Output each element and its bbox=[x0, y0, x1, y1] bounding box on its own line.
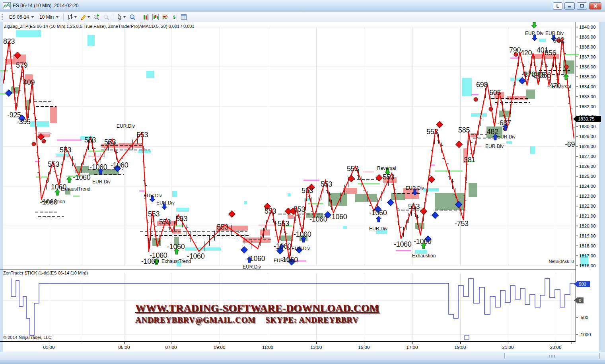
wave-chart-icon bbox=[162, 14, 168, 20]
restore-button[interactable] bbox=[577, 2, 587, 10]
close-button[interactable] bbox=[589, 2, 601, 10]
properties-button[interactable] bbox=[180, 13, 188, 21]
chevron-down-icon bbox=[56, 16, 58, 18]
minimize-button[interactable] bbox=[564, 2, 575, 10]
toolbar: ES 06-14 10 Min bbox=[0, 12, 605, 22]
chevron-down-icon bbox=[74, 16, 77, 18]
account-data-button[interactable]: $ bbox=[171, 13, 178, 21]
restore-icon bbox=[580, 4, 584, 8]
scrollbar-thumb[interactable] bbox=[504, 353, 600, 359]
window-title: ES 06-14 (10 Min) 2014-02-20 bbox=[13, 3, 78, 8]
separator bbox=[113, 14, 113, 21]
minimize-icon bbox=[567, 4, 572, 8]
indicator-label: ZigZag_ZTP(ES 06-14 (10 Min),1,25,8,5,Tr… bbox=[4, 24, 195, 29]
chart-trader-button[interactable] bbox=[152, 13, 160, 21]
data-box-button[interactable] bbox=[128, 13, 136, 21]
svg-text:$: $ bbox=[173, 15, 175, 19]
toolbar-grip[interactable] bbox=[2, 14, 4, 20]
zoom-in-button[interactable] bbox=[92, 13, 101, 21]
scrollbar-grip-icon bbox=[549, 355, 555, 358]
chevron-down-icon bbox=[31, 16, 34, 18]
chevron-down-icon bbox=[88, 16, 90, 18]
depth-bars-icon bbox=[143, 14, 149, 20]
zoom-in-icon bbox=[93, 14, 100, 20]
draw-tool-button[interactable] bbox=[79, 13, 91, 21]
horizontal-scrollbar[interactable] bbox=[0, 352, 605, 360]
net-bid-ask: NetBidAsk: 0 bbox=[526, 259, 574, 264]
magnifier-icon bbox=[129, 14, 135, 20]
chart-style-button[interactable] bbox=[66, 13, 78, 21]
time-axis[interactable] bbox=[0, 342, 576, 352]
watermark-line2: ANDREYBBRV@GMAIL.COM SKYPE: ANDREYBBRV bbox=[135, 315, 358, 325]
watermark: WWW.TRADING-SOFTWARE-DOWNLOAD.COM ANDREY… bbox=[135, 302, 358, 325]
instrument-selector[interactable]: ES 06-14 bbox=[7, 14, 36, 21]
interval-label: 10 Min bbox=[39, 14, 54, 20]
cursor-icon bbox=[117, 14, 123, 20]
cursor-tool-button[interactable] bbox=[116, 13, 126, 21]
candles-icon bbox=[152, 14, 159, 20]
separator bbox=[63, 14, 64, 21]
interval-selector[interactable]: 10 Min bbox=[37, 14, 60, 21]
tick-panel-label: ZonTrader $TICK (1-tic)(ES 06-14 (10 Min… bbox=[3, 271, 88, 275]
separator bbox=[139, 14, 139, 21]
instrument-label: ES 06-14 bbox=[9, 14, 29, 20]
copyright: © 2014 NinjaTrader, LLC bbox=[3, 335, 51, 340]
zoom-out-button[interactable] bbox=[102, 13, 110, 21]
market-depth-button[interactable] bbox=[142, 13, 150, 21]
price-axis[interactable] bbox=[576, 22, 599, 341]
ninjatrader-chart-window: 823579409-925-3955535531060-1060553-1060… bbox=[0, 0, 605, 364]
window-frame-right bbox=[599, 22, 605, 352]
chart-plot-area[interactable] bbox=[3, 22, 576, 269]
window-frame-bottom bbox=[0, 360, 605, 364]
grid-panel-icon bbox=[181, 14, 187, 20]
zoom-out-icon bbox=[103, 14, 109, 20]
link-button[interactable]: L bbox=[553, 2, 562, 10]
title-bar[interactable]: ES 06-14 (10 Min) 2014-02-20 L bbox=[0, 0, 605, 12]
chart-overview-button[interactable] bbox=[161, 13, 169, 21]
close-icon bbox=[593, 4, 598, 8]
app-icon bbox=[3, 2, 11, 9]
chevron-down-icon bbox=[123, 16, 126, 18]
pencil-icon bbox=[80, 14, 87, 20]
bar-style-icon bbox=[67, 14, 74, 20]
dollar-icon: $ bbox=[171, 14, 177, 20]
watermark-line1: WWW.TRADING-SOFTWARE-DOWNLOAD.COM bbox=[135, 302, 358, 314]
